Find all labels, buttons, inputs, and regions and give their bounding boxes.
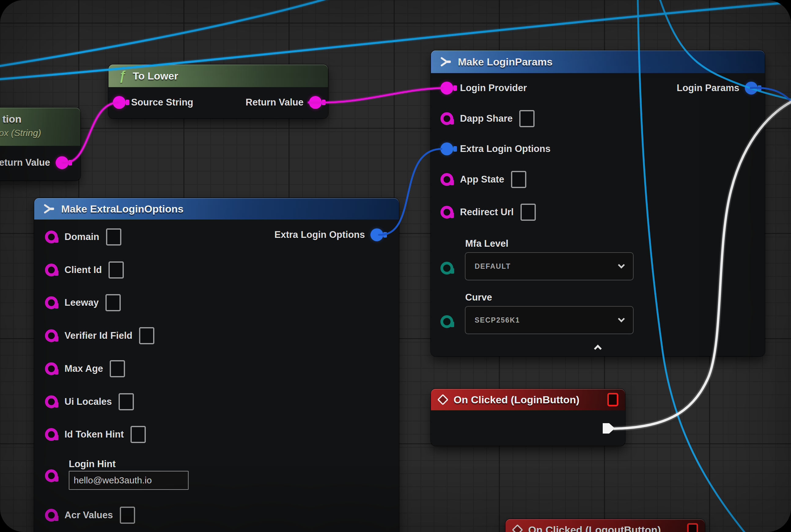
collapse-node-chevron[interactable] <box>594 345 601 352</box>
blueprint-graph-canvas[interactable]: tion ox (String) Return Value ƒ To Lower… <box>0 0 791 532</box>
wire-tolower-to-loginprovider[interactable] <box>309 88 442 103</box>
string-input-pin[interactable] <box>45 230 58 243</box>
pin-label: Login Hint <box>69 459 116 470</box>
verifier-id-field-checkbox[interactable] <box>139 327 154 344</box>
dropdown-value: DEFAULT <box>475 262 511 271</box>
unbind-event-button[interactable] <box>687 523 698 532</box>
node-header: tion ox (String) <box>0 108 80 146</box>
pin-label: Client Id <box>64 264 102 276</box>
pin-row-extra-login-options: Extra Login Options <box>431 140 765 157</box>
node-title: Make LoginParams <box>458 56 553 68</box>
string-input-pin[interactable] <box>440 206 453 218</box>
chevron-down-icon <box>618 262 625 269</box>
client-id-checkbox[interactable] <box>109 261 124 279</box>
curve-dropdown[interactable]: SECP256K1 <box>465 306 634 334</box>
string-input-pin[interactable] <box>45 469 58 482</box>
pin-label: Mfa Level <box>465 238 508 249</box>
node-header: ƒ To Lower <box>109 64 328 87</box>
node-title-fragment: tion <box>2 113 21 125</box>
string-input-pin[interactable] <box>440 112 453 125</box>
pin-row-id-token-hint: Id Token Hint <box>34 426 399 443</box>
node-make-extra-login-options[interactable]: Make ExtraLoginOptions Extra Login Optio… <box>34 198 399 532</box>
pin-row-client-id: Client Id <box>34 261 399 279</box>
unbind-event-button[interactable] <box>607 393 618 406</box>
make-struct-icon <box>440 57 452 67</box>
leeway-checkbox[interactable] <box>105 294 121 311</box>
pin-row-domain: Domain <box>34 228 399 246</box>
node-subtitle-fragment: ox (String) <box>0 128 41 138</box>
node-make-login-params[interactable]: Make LoginParams Login Params Login Prov… <box>431 51 765 356</box>
dapp-share-checkbox[interactable] <box>519 110 535 127</box>
string-input-pin[interactable] <box>440 82 453 94</box>
pin-label: Redirect Url <box>460 207 514 218</box>
pin-label: Login Provider <box>460 82 527 94</box>
pin-row-ui-locales: Ui Locales <box>34 393 399 410</box>
node-get-text-partial[interactable]: tion ox (String) Return Value <box>0 108 80 180</box>
pin-label: App State <box>460 174 504 185</box>
pin-label: Domain <box>64 231 99 243</box>
pin-label: Curve <box>465 292 492 303</box>
redirect-url-checkbox[interactable] <box>521 204 536 221</box>
pin-row-dapp-share: Dapp Share <box>431 110 765 127</box>
string-input-pin[interactable] <box>45 428 58 441</box>
node-title: On Clicked (LogoutButton) <box>528 524 680 532</box>
string-input-pin[interactable] <box>45 362 58 375</box>
string-input-pin[interactable] <box>45 264 58 277</box>
string-output-pin[interactable] <box>56 156 69 169</box>
app-state-checkbox[interactable] <box>511 171 526 188</box>
function-icon: ƒ <box>119 69 126 83</box>
string-input-pin[interactable] <box>45 395 58 408</box>
string-output-pin[interactable] <box>309 96 322 109</box>
string-input-pin[interactable] <box>440 173 453 186</box>
node-header: On Clicked (LogoutButton) <box>505 519 705 532</box>
pin-row-app-state: App State <box>431 171 765 188</box>
mfa-level-dropdown[interactable]: DEFAULT <box>465 252 634 280</box>
wire-cyan-1[interactable] <box>0 0 362 68</box>
enum-input-pin[interactable] <box>440 262 453 274</box>
node-on-clicked-login-button[interactable]: On Clicked (LoginButton) <box>431 389 625 446</box>
pin-row: Source String Return Value <box>109 94 328 111</box>
node-header: Make ExtraLoginOptions <box>34 198 399 220</box>
pin-label: Ui Locales <box>64 396 112 407</box>
chevron-down-icon <box>618 316 625 323</box>
string-input-pin[interactable] <box>45 509 58 521</box>
pin-row-login-provider: Login Provider <box>431 79 765 97</box>
enum-input-pin[interactable] <box>440 315 453 328</box>
event-diamond-icon <box>437 394 449 405</box>
node-on-clicked-logout-button[interactable]: On Clicked (LogoutButton) <box>505 519 705 532</box>
node-title: Make ExtraLoginOptions <box>61 203 184 215</box>
pin-label: Id Token Hint <box>64 429 124 440</box>
pin-label: Source String <box>131 97 193 108</box>
dropdown-value: SECP256K1 <box>475 316 520 324</box>
node-title: To Lower <box>133 70 178 82</box>
id-token-hint-checkbox[interactable] <box>131 426 146 443</box>
string-input-pin[interactable] <box>113 96 126 109</box>
pin-label: Dapp Share <box>460 113 513 124</box>
domain-checkbox[interactable] <box>106 228 121 246</box>
struct-input-pin[interactable] <box>440 142 453 155</box>
node-to-lower[interactable]: ƒ To Lower Source String Return Value <box>109 64 328 118</box>
max-age-checkbox[interactable] <box>110 360 125 377</box>
pin-label: Return Value <box>0 157 50 168</box>
pin-row-return-value: Return Value <box>0 154 80 171</box>
pin-label: Extra Login Options <box>460 144 551 154</box>
string-input-pin[interactable] <box>45 329 58 342</box>
pin-label: Max Age <box>64 363 103 374</box>
ui-locales-checkbox[interactable] <box>119 393 134 410</box>
pin-label: Acr Values <box>64 510 113 521</box>
exec-output-pin[interactable] <box>603 423 615 434</box>
pin-row-leeway: Leeway <box>34 294 399 311</box>
pin-label: Leeway <box>64 297 99 308</box>
pin-row-max-age: Max Age <box>34 360 399 377</box>
blueprint-editor-screenshot: tion ox (String) Return Value ƒ To Lower… <box>0 0 791 532</box>
node-header: On Clicked (LoginButton) <box>431 389 625 410</box>
login-hint-input[interactable] <box>69 471 189 490</box>
acr-values-checkbox[interactable] <box>120 507 135 524</box>
make-struct-icon <box>43 204 55 214</box>
node-title: On Clicked (LoginButton) <box>454 394 601 406</box>
node-header: Make LoginParams <box>431 51 765 73</box>
pin-row-redirect-url: Redirect Url <box>431 204 765 221</box>
string-input-pin[interactable] <box>45 296 58 309</box>
event-diamond-icon <box>512 524 523 532</box>
pin-row-acr-values: Acr Values <box>34 507 399 524</box>
